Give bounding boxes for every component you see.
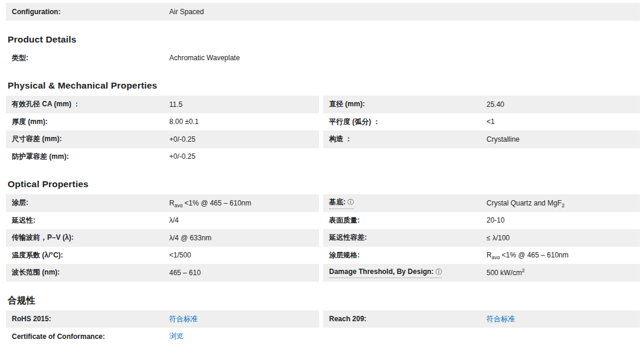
- spec-value: <1/500: [169, 251, 319, 259]
- spec-value: ≤ λ/100: [487, 234, 640, 242]
- certificate-view-link[interactable]: 浏览: [169, 332, 183, 340]
- rohs-compliant-link[interactable]: 符合标准: [169, 315, 198, 323]
- spec-row-substrate: 基底:ⓘ Crystal Quartz and MgF2: [323, 194, 640, 212]
- table-gap: [319, 96, 323, 165]
- spec-value: +0/-0.25: [169, 135, 319, 143]
- configuration-row: Configuration: Air Spaced: [6, 3, 640, 21]
- spec-value: Ravg <1% @ 465 – 610nm: [169, 199, 319, 207]
- spec-label: Damage Threshold, By Design:ⓘ: [323, 267, 487, 278]
- spec-row-retardance-tolerance: 延迟性容差: ≤ λ/100: [323, 229, 640, 247]
- spec-row-parallelism: 平行度 (弧分) ： <1: [323, 113, 640, 131]
- spec-row-certificate-of-conformance: Certificate of Conformance: 浏览: [6, 328, 319, 345]
- spec-label: 厚度 (mm):: [6, 117, 169, 127]
- spec-label: 波长范围 (nm):: [6, 267, 169, 278]
- physical-table: 有效孔径 CA (mm) ： 11.5 厚度 (mm): 8.00 ±0.1 尺…: [6, 96, 640, 165]
- spec-row-temperature-coefficient: 温度系数 (λ/°C): <1/500: [6, 247, 319, 265]
- section-title-compliance: 合规性: [8, 296, 640, 305]
- spec-label: 防护罩容差 (mm):: [6, 152, 169, 162]
- physical-table-left: 有效孔径 CA (mm) ： 11.5 厚度 (mm): 8.00 ±0.1 尺…: [6, 96, 319, 165]
- spec-value: 符合标准: [169, 314, 319, 324]
- spec-label: 延迟性:: [6, 216, 169, 226]
- spec-row-coating-specification: 涂层规格: Ravg <1% @ 465 – 610nm: [323, 247, 640, 265]
- spec-label: 有效孔径 CA (mm) ：: [6, 99, 169, 109]
- substrate-tooltip-label[interactable]: 基底:ⓘ: [329, 197, 354, 209]
- spec-value: 25.40: [487, 100, 640, 109]
- spec-row-retardance: 延迟性: λ/4: [6, 212, 319, 230]
- spec-value: λ/4: [169, 216, 319, 224]
- spec-row-construction: 构造 ： Crystalline: [323, 130, 640, 148]
- spec-row-dimensional-tolerance: 尺寸容差 (mm): +0/-0.25: [6, 130, 319, 148]
- table-gap: [319, 194, 323, 282]
- spec-row-diameter: 直径 (mm): 25.40: [323, 96, 640, 113]
- table-gap: [319, 311, 323, 345]
- compliance-table: RoHS 2015: 符合标准 Certificate of Conforman…: [6, 311, 640, 345]
- spec-row-housing-tolerance: 防护罩容差 (mm): +0/-0.25: [6, 148, 319, 166]
- spec-page: Configuration: Air Spaced Product Detail…: [0, 0, 644, 359]
- optical-table-left: 涂层: Ravg <1% @ 465 – 610nm 延迟性: λ/4 传输波前…: [6, 194, 319, 282]
- spec-label: 表面质量:: [323, 216, 487, 226]
- section-title-physical-mechanical: Physical & Mechanical Properties: [8, 81, 640, 90]
- spec-value: Air Spaced: [169, 8, 640, 16]
- spec-label: 涂层规格:: [323, 250, 487, 260]
- spec-row-damage-threshold: Damage Threshold, By Design:ⓘ 500 kW/cm2: [323, 264, 640, 282]
- spec-label: 平行度 (弧分) ：: [323, 117, 487, 127]
- section-title-optical: Optical Properties: [8, 180, 640, 189]
- spec-label: Reach 209:: [323, 315, 487, 323]
- spec-value: Crystalline: [487, 135, 640, 143]
- spec-value: <1: [487, 118, 640, 126]
- reach-compliant-link[interactable]: 符合标准: [487, 315, 515, 323]
- spec-label: 涂层:: [6, 198, 169, 208]
- spec-label: 类型:: [6, 53, 169, 63]
- spec-value: 20-10: [487, 216, 640, 224]
- compliance-table-right: Reach 209: 符合标准: [323, 311, 640, 345]
- spec-label: 直径 (mm):: [323, 99, 487, 109]
- physical-table-right: 直径 (mm): 25.40 平行度 (弧分) ： <1 构造 ： Crysta…: [323, 96, 640, 165]
- spec-value: 11.5: [169, 100, 319, 109]
- optical-table-right: 基底:ⓘ Crystal Quartz and MgF2 表面质量: 20-10…: [323, 194, 640, 282]
- spec-value: 符合标准: [487, 314, 640, 324]
- optical-table: 涂层: Ravg <1% @ 465 – 610nm 延迟性: λ/4 传输波前…: [6, 194, 640, 282]
- spec-label: 温度系数 (λ/°C):: [6, 250, 169, 260]
- spec-row-transmitted-wavefront: 传输波前，P–V (λ): λ/4 @ 633nm: [6, 229, 319, 247]
- damage-threshold-tooltip-label[interactable]: Damage Threshold, By Design:ⓘ: [329, 267, 442, 278]
- spec-row-coating: 涂层: Ravg <1% @ 465 – 610nm: [6, 194, 319, 212]
- spec-row-wavelength-range: 波长范围 (nm): 465 – 610: [6, 264, 319, 282]
- spec-value: 500 kW/cm2: [487, 269, 640, 277]
- spec-value: 浏览: [169, 331, 319, 341]
- spec-value: λ/4 @ 633nm: [169, 234, 319, 242]
- spec-label: Certificate of Conformance:: [6, 332, 169, 341]
- spec-label: Configuration:: [6, 8, 169, 16]
- spec-value: Achromatic Waveplate: [169, 54, 640, 62]
- spec-row-rohs: RoHS 2015: 符合标准: [6, 311, 319, 328]
- spec-label: 构造 ：: [323, 134, 487, 144]
- spec-row-surface-quality: 表面质量: 20-10: [323, 212, 640, 230]
- spec-label: 基底:ⓘ: [323, 197, 487, 209]
- spec-row-thickness: 厚度 (mm): 8.00 ±0.1: [6, 113, 319, 131]
- section-title-product-details: Product Details: [8, 35, 640, 44]
- spec-label: 延迟性容差:: [323, 233, 487, 243]
- spec-label: 尺寸容差 (mm):: [6, 134, 169, 144]
- spec-value: 465 – 610: [169, 269, 319, 277]
- spec-row-type: 类型: Achromatic Waveplate: [6, 50, 640, 67]
- info-icon[interactable]: ⓘ: [435, 268, 442, 275]
- spec-value: Crystal Quartz and MgF2: [487, 199, 640, 207]
- spec-value: +0/-0.25: [169, 152, 319, 161]
- info-icon[interactable]: ⓘ: [347, 198, 354, 205]
- spec-label: 传输波前，P–V (λ):: [6, 233, 169, 243]
- spec-value: Ravg <1% @ 465 – 610nm: [487, 251, 640, 259]
- spec-row-reach: Reach 209: 符合标准: [323, 311, 640, 328]
- compliance-table-left: RoHS 2015: 符合标准 Certificate of Conforman…: [6, 311, 319, 345]
- spec-row-clear-aperture: 有效孔径 CA (mm) ： 11.5: [6, 96, 319, 113]
- spec-value: 8.00 ±0.1: [169, 118, 319, 126]
- spec-label: RoHS 2015:: [6, 315, 169, 323]
